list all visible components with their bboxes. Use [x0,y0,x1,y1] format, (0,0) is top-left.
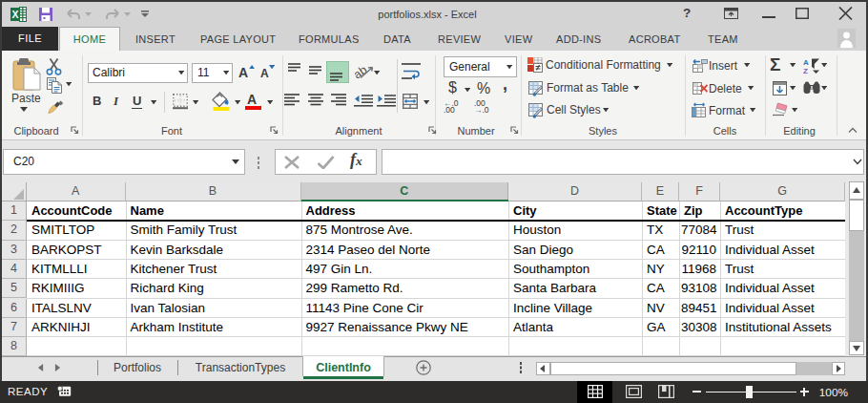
svg-text:Z: Z [803,67,808,74]
svg-text:X: X [11,9,18,20]
svg-text:A: A [803,58,809,67]
